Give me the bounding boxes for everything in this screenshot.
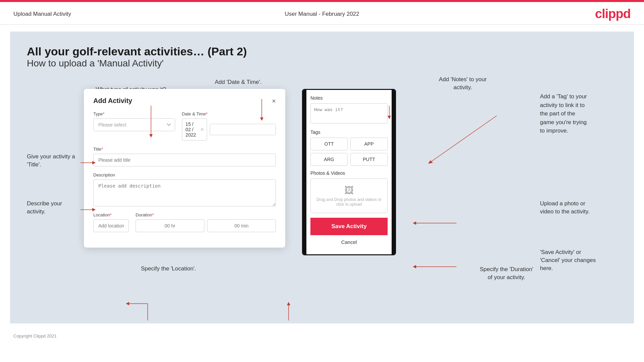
title-required: * [101, 147, 103, 152]
save-activity-button[interactable]: Save Activity [310, 218, 388, 235]
datetime-label: Date & Time* [182, 111, 276, 116]
type-required: * [103, 111, 104, 116]
dialog-title: Add Activity [93, 97, 132, 105]
page-title-sub: How to upload a 'Manual Activity' [27, 58, 617, 69]
duration-group [136, 219, 276, 232]
photos-label: Photos & Videos [310, 170, 388, 176]
annotation-datetime: Add 'Date & Time'. [215, 79, 262, 86]
page-title-block: All your golf-relevant activities… (Part… [27, 45, 617, 69]
cancel-button-phone[interactable]: Cancel [310, 235, 388, 249]
title-input[interactable] [93, 154, 276, 166]
form-row-location-duration: Location* Duration* [93, 212, 276, 232]
manual-label: User Manual - February 2022 [285, 11, 359, 17]
full-layout: What type of activity was it? Lesson, Ch… [27, 89, 617, 281]
svg-rect-0 [201, 129, 203, 131]
location-required: * [110, 212, 111, 217]
close-button[interactable]: × [272, 98, 276, 104]
calendar-icon [201, 127, 203, 132]
form-row-type-datetime: Type* Please select Date & Time* 15 / 02 [93, 111, 276, 141]
bottom-annotations: Specify the 'Location'. Specify the 'Dur… [27, 265, 617, 281]
annotation-location-bottom: Specify the 'Location'. [141, 265, 196, 281]
phone-side-bar [303, 90, 306, 254]
title-field-label: Title* [93, 147, 276, 152]
tags-section: Tags OTT APP ARG PUTT [310, 130, 388, 166]
notes-textarea[interactable] [310, 103, 388, 123]
form-group-title: Title* [93, 147, 276, 166]
annotation-describe: Describe your activity. [27, 200, 81, 216]
date-input[interactable]: 15 / 02 / 2022 [182, 118, 207, 141]
add-activity-dialog: Add Activity × Type* Please select [84, 89, 285, 248]
main-content: All your golf-relevant activities… (Part… [10, 32, 634, 323]
svg-marker-23 [287, 302, 290, 305]
form-group-description: Description [93, 172, 276, 206]
tags-grid: OTT APP ARG PUTT [310, 138, 388, 166]
copyright: Copyright Clippd 2021 [0, 330, 644, 342]
tag-app[interactable]: APP [350, 138, 388, 150]
photos-upload-area[interactable]: 🖼 Drag and Drop photos and videos or cli… [310, 178, 388, 213]
duration-label: Duration* [136, 212, 276, 217]
photos-placeholder: Drag and Drop photos and videos or click… [316, 197, 381, 207]
logo: clippd [595, 7, 631, 21]
annotation-duration-bottom: Specify the 'Duration' of your activity. [480, 265, 533, 281]
location-label: Location* [93, 212, 129, 217]
description-textarea[interactable] [93, 179, 276, 206]
duration-required: * [152, 212, 154, 217]
form-group-type: Type* Please select [93, 111, 175, 141]
date-value: 15 / 02 / 2022 [186, 121, 199, 138]
duration-mins-input[interactable] [207, 219, 276, 232]
top-bar: Upload Manual Activity User Manual - Feb… [0, 2, 644, 25]
tag-putt[interactable]: PUTT [350, 153, 388, 166]
location-input[interactable] [93, 219, 129, 232]
form-group-duration: Duration* [136, 212, 276, 232]
page-label: Upload Manual Activity [13, 11, 71, 17]
page-title-main: All your golf-relevant activities… (Part… [27, 45, 617, 58]
tags-label: Tags [310, 130, 388, 135]
photo-icon: 🖼 [314, 185, 384, 196]
type-select[interactable]: Please select [93, 118, 175, 131]
phone-panel: Notes Tags OTT APP ARG PUTT [302, 89, 396, 255]
svg-marker-21 [126, 302, 129, 305]
form-group-location: Location* [93, 212, 129, 232]
datetime-required: * [206, 111, 207, 116]
phone-side-bar-right [392, 90, 395, 254]
dialog-header: Add Activity × [93, 97, 276, 105]
form-group-datetime: Date & Time* 15 / 02 / 2022 [182, 111, 276, 141]
photos-section: Photos & Videos 🖼 Drag and Drop photos a… [310, 170, 388, 213]
tag-ott[interactable]: OTT [310, 138, 348, 150]
description-label: Description [93, 172, 276, 177]
time-input[interactable]: 2:21 PM [210, 124, 276, 135]
annotation-title: Give your activity a 'Title'. [27, 153, 81, 169]
tag-arg[interactable]: ARG [310, 153, 348, 166]
duration-hours-input[interactable] [136, 219, 204, 232]
type-label: Type* [93, 111, 175, 116]
notes-label: Notes [310, 95, 388, 101]
date-time-group: 15 / 02 / 2022 2:21 PM [182, 118, 276, 141]
